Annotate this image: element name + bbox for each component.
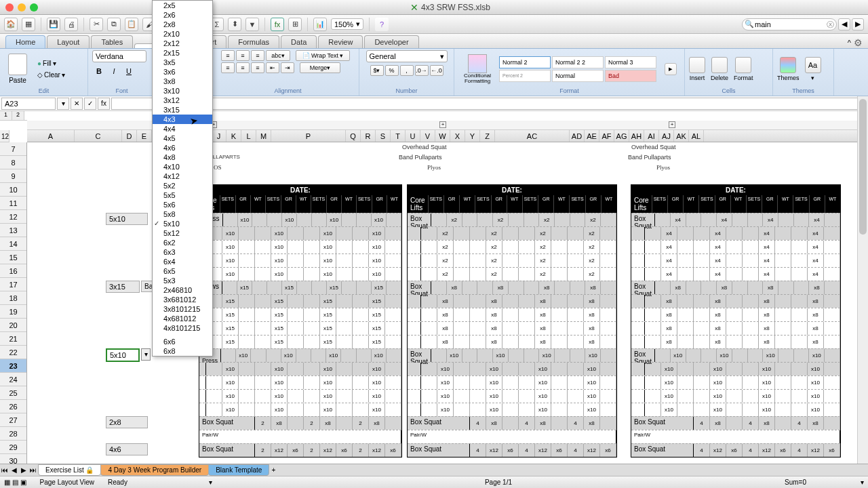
dd-6x8[interactable]: 6x8: [153, 346, 212, 356]
minimize-window[interactable]: [18, 3, 26, 12]
chart-icon[interactable]: 📊: [313, 18, 327, 31]
dd-2x5[interactable]: 2x5: [153, 1, 212, 10]
vertical-scrollbar[interactable]: [857, 96, 868, 464]
tab-developer[interactable]: Developer: [364, 35, 418, 48]
conditional-formatting[interactable]: Conditional Formatting: [458, 54, 496, 84]
dd-5x8[interactable]: 5x8: [153, 209, 212, 219]
cell-a18[interactable]: 3x15: [106, 281, 140, 293]
zoom-select[interactable]: 150%▾: [331, 18, 363, 30]
col-AK[interactable]: AK: [674, 130, 689, 142]
number-format[interactable]: General▾: [366, 50, 448, 62]
accept-fx[interactable]: ✓: [84, 98, 96, 110]
dd-3x12[interactable]: 3x12: [153, 96, 212, 105]
validation-dropdown[interactable]: 2x52x62x82x102x122x153x53x63x83x103x123x…: [152, 0, 213, 357]
align-left[interactable]: ≡: [221, 62, 235, 73]
paste-button[interactable]: Paste: [4, 54, 31, 84]
col-K[interactable]: K: [226, 130, 241, 142]
dd-2x46810[interactable]: 2x46810: [153, 285, 212, 295]
themes-button[interactable]: Themes: [777, 57, 800, 81]
collapse-ribbon[interactable]: ^: [848, 39, 851, 47]
copy-icon[interactable]: ⧉: [107, 18, 121, 31]
col-Q[interactable]: Q: [346, 130, 361, 142]
col-AF[interactable]: AF: [599, 130, 614, 142]
col-AH[interactable]: AH: [629, 130, 644, 142]
col-AD[interactable]: AD: [570, 130, 585, 142]
align-bottom[interactable]: ≡: [251, 50, 264, 61]
col-A[interactable]: A: [27, 130, 75, 142]
row-17[interactable]: 17: [0, 278, 26, 291]
dd-3x8101215[interactable]: 3x8101215: [153, 304, 212, 314]
sheet-program-builder[interactable]: 4 Day 3 Week Program Builder: [100, 464, 209, 476]
clear-search-icon[interactable]: ⓧ: [827, 20, 834, 30]
row-13[interactable]: 13: [0, 224, 26, 237]
dec-dec[interactable]: ←.0: [430, 65, 443, 76]
row-9[interactable]: 9: [0, 169, 26, 183]
orientation[interactable]: abc▾: [266, 50, 290, 61]
cut-icon[interactable]: ✂: [90, 18, 103, 31]
dd-2x10[interactable]: 2x10: [153, 29, 212, 39]
dec-inc[interactable]: .0→: [415, 65, 429, 76]
col-J[interactable]: J: [212, 130, 226, 142]
paste-icon[interactable]: 📋: [125, 18, 138, 31]
cell-a23-active[interactable]: 5x10: [106, 348, 140, 362]
dd-3x8[interactable]: 3x8: [153, 77, 212, 86]
dd-3x5[interactable]: 3x5: [153, 58, 212, 67]
col-S[interactable]: S: [376, 130, 391, 142]
col-Z[interactable]: Z: [480, 130, 495, 142]
expand-2[interactable]: +: [439, 121, 446, 128]
fill-button[interactable]: ●Fill▾: [34, 58, 68, 68]
cancel-fx[interactable]: ✕: [71, 98, 83, 110]
delete-cells[interactable]: Delete: [711, 57, 728, 81]
dd-4x681012[interactable]: 4x681012: [153, 314, 212, 323]
row-29[interactable]: 29: [0, 441, 26, 454]
row-28[interactable]: 28: [0, 427, 26, 441]
row-12[interactable]: 12: [0, 210, 26, 224]
col-L[interactable]: L: [241, 130, 256, 142]
cell-a13[interactable]: 5x10: [106, 213, 148, 225]
row-19[interactable]: 19: [0, 305, 26, 319]
name-box[interactable]: A23: [1, 98, 56, 110]
dd-6x2[interactable]: 6x2: [153, 238, 212, 247]
dd-4x8101215[interactable]: 4x8101215: [153, 323, 212, 333]
row-27[interactable]: 27: [0, 413, 26, 427]
fx-icon[interactable]: fx: [271, 18, 284, 31]
col-T[interactable]: T: [391, 130, 406, 142]
gear-icon[interactable]: ⚙: [854, 37, 863, 48]
dd-6x5[interactable]: 6x5: [153, 266, 212, 276]
row-7[interactable]: 7: [0, 142, 26, 156]
insert-cells[interactable]: Insert: [689, 57, 705, 81]
align-right[interactable]: ≡: [251, 62, 264, 73]
clear-button[interactable]: ◇Clear▾: [34, 70, 68, 80]
dd-3x10[interactable]: 3x10: [153, 86, 212, 96]
currency[interactable]: $▾: [370, 65, 384, 76]
dd-4x10[interactable]: 4x10: [153, 162, 212, 171]
cell-dropdown-trigger[interactable]: ▾: [141, 348, 151, 361]
formula-input[interactable]: [111, 98, 867, 110]
row-26[interactable]: 26: [0, 400, 26, 413]
dd-3x15[interactable]: 3x15: [153, 105, 212, 115]
wrap-text[interactable]: 📄Wrap Text▾: [296, 50, 350, 61]
dd-4x6[interactable]: 4x6: [153, 143, 212, 152]
merge[interactable]: Merge▾: [300, 62, 340, 73]
dd-4x3[interactable]: 4x3: [153, 115, 212, 124]
row-16[interactable]: 16: [0, 264, 26, 278]
sheet-next[interactable]: ▶: [19, 466, 28, 474]
sheet-last[interactable]: ⏭: [28, 466, 38, 474]
close-window[interactable]: [5, 3, 14, 12]
col-AL[interactable]: AL: [689, 130, 704, 142]
tab-layout[interactable]: Layout: [47, 35, 90, 48]
filter-icon[interactable]: ▼: [245, 18, 259, 31]
italic-button[interactable]: I: [107, 65, 121, 77]
fx-button[interactable]: fx: [98, 98, 110, 110]
dd-5x2[interactable]: 5x2: [153, 181, 212, 190]
row-25[interactable]: 25: [0, 386, 26, 400]
dd-2x12[interactable]: 2x12: [153, 39, 212, 48]
namebox-drop[interactable]: ▾: [57, 98, 69, 110]
cell-a30[interactable]: 4x6: [106, 443, 148, 455]
sort-icon[interactable]: ⬍: [228, 18, 241, 31]
indent-inc[interactable]: ⇥: [281, 62, 294, 73]
percent[interactable]: %: [385, 65, 399, 76]
outline-1[interactable]: 1: [0, 111, 12, 120]
col-V[interactable]: V: [420, 130, 435, 142]
show-formulas-icon[interactable]: ⊞: [288, 18, 302, 31]
